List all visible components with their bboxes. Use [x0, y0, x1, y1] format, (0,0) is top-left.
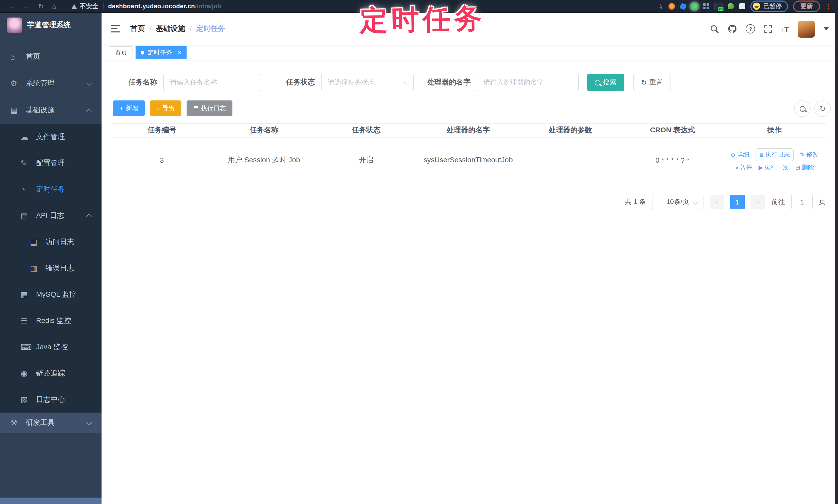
- edit-icon: ✎: [21, 158, 33, 168]
- extensions-puzzle-icon[interactable]: [739, 3, 745, 9]
- bookmark-star-icon[interactable]: ☆: [657, 2, 663, 10]
- extension-grid-icon[interactable]: [703, 3, 709, 9]
- github-icon[interactable]: [728, 24, 737, 34]
- sidebar-item-label: 链路追踪: [36, 368, 65, 378]
- sidebar-item-infrastructure[interactable]: ▤ 基础设施: [0, 97, 102, 124]
- monitor-icon: ▤: [10, 106, 23, 115]
- sidebar-item-mysql-monitor[interactable]: ▦ MySQL 监控: [0, 281, 102, 307]
- browser-forward-icon[interactable]: →: [23, 3, 30, 10]
- extension-leaf-icon[interactable]: [728, 3, 734, 9]
- exec-log-button[interactable]: ≣ 执行日志: [187, 101, 232, 116]
- sidebar-item-system-mgmt[interactable]: ⚙ 系统管理: [0, 70, 102, 97]
- browser-home-icon[interactable]: ⌂: [52, 3, 56, 10]
- browser-reload-icon[interactable]: ↻: [38, 3, 44, 10]
- search-icon[interactable]: [711, 24, 719, 33]
- tab-label: 首页: [115, 48, 127, 57]
- home-icon: ⌂: [10, 52, 23, 61]
- sidebar-item-label: Java 监控: [36, 342, 68, 352]
- sidebar-item-log-center[interactable]: ▧ 日志中心: [0, 386, 102, 413]
- run-once-link[interactable]: ▶执行一次: [758, 163, 789, 172]
- close-icon[interactable]: ×: [178, 50, 181, 56]
- browser-toolbar-right: ☆ on 已暂停 更新 ⋮: [657, 0, 834, 12]
- page-scrollbar[interactable]: [835, 12, 838, 504]
- cell-job-id: 3: [111, 156, 213, 164]
- chevron-up-icon: [86, 108, 92, 114]
- detail-link[interactable]: ⊙详细: [731, 150, 749, 159]
- sidebar-item-scheduled-jobs[interactable]: ◔ 定时任务: [0, 176, 102, 202]
- sidebar-collapse-icon[interactable]: [111, 25, 120, 33]
- sidebar-item-api-log[interactable]: ▤ API 日志: [0, 202, 102, 229]
- header-actions: ? TT: [711, 20, 829, 37]
- browser-menu-icon[interactable]: ⋮: [825, 2, 832, 10]
- tab-home[interactable]: 首页: [110, 46, 133, 59]
- prev-page-button[interactable]: ‹: [710, 195, 724, 209]
- pagination-total: 共 1 条: [625, 197, 646, 206]
- row-exec-log-link[interactable]: ≣执行日志: [755, 148, 794, 161]
- browser-update-button[interactable]: 更新: [793, 0, 820, 12]
- avatar-caret-icon[interactable]: [824, 27, 829, 30]
- breadcrumb-item[interactable]: 基础设施: [156, 24, 185, 34]
- address-bar[interactable]: 不安全 dashboard.yudao.iocoder.cn/infra/job: [72, 2, 221, 11]
- column-header: 任务状态: [315, 126, 417, 135]
- active-dot: [141, 51, 144, 54]
- reset-button[interactable]: ↻ 重置: [633, 74, 670, 91]
- handler-name-input[interactable]: 请输入处理器的名字: [477, 74, 579, 91]
- refresh-button[interactable]: ↻: [814, 101, 831, 117]
- handler-name-label: 处理器的名字: [427, 78, 471, 87]
- sidebar-item-label: 定时任务: [36, 185, 65, 194]
- sidebar-item-home[interactable]: ⌂ 首页: [0, 43, 102, 70]
- toggle-search-button[interactable]: [794, 101, 811, 117]
- sidebar-item-label: 文件管理: [36, 132, 65, 141]
- job-name-placeholder: 请输入任务名称: [170, 78, 217, 87]
- screenshot-root: ← → ↻ ⌂ 不安全 dashboard.yudao.iocoder.cn/i…: [0, 0, 838, 504]
- app-logo: [7, 18, 22, 33]
- play-icon: ▶: [758, 164, 763, 171]
- sidebar-item-error-log[interactable]: ▥ 错误日志: [0, 255, 102, 281]
- pause-link[interactable]: ×暂停: [735, 163, 752, 172]
- breadcrumb-item[interactable]: 首页: [130, 24, 145, 34]
- page-size-select[interactable]: 10条/页: [652, 195, 703, 209]
- font-size-icon[interactable]: TT: [782, 24, 789, 33]
- access-log-icon: ▤: [30, 237, 42, 247]
- sidebar-item-label: 日志中心: [36, 395, 65, 404]
- extension-green-icon[interactable]: [691, 3, 698, 10]
- job-name-input[interactable]: 请输入任务名称: [163, 74, 261, 91]
- goto-page-input[interactable]: [791, 195, 813, 209]
- sidebar-menu: ⌂ 首页 ⚙ 系统管理 ▤ 基础设施 ☁ 文件管理 ✎ 配置管理: [0, 43, 102, 433]
- browser-back-icon[interactable]: ←: [8, 3, 15, 10]
- edit-link[interactable]: ✎修改: [800, 150, 818, 159]
- help-icon[interactable]: ?: [746, 24, 755, 34]
- sidebar-devtools-band: ⚒ 研发工具: [0, 413, 102, 433]
- browser-profile-chip[interactable]: 已暂停: [750, 0, 788, 12]
- main-content: 任务名称 请输入任务名称 任务状态 请选择任务状态 处理器的名字 请输入处理器的…: [102, 60, 838, 504]
- add-button[interactable]: + 新增: [113, 101, 145, 116]
- chevron-down-icon: [86, 419, 92, 425]
- chevron-down-icon: [403, 79, 409, 85]
- current-page-button[interactable]: 1: [730, 195, 745, 209]
- extension-switch-icon[interactable]: on: [714, 2, 722, 10]
- sidebar-item-trace[interactable]: ◉ 链路追踪: [0, 360, 102, 386]
- sidebar-item-dev-tools[interactable]: ⚒ 研发工具: [0, 413, 102, 433]
- sidebar-logo-row[interactable]: 芋道管理系统: [0, 12, 102, 38]
- sidebar: 芋道管理系统 ⌂ 首页 ⚙ 系统管理 ▤ 基础设施 ☁ 文件管理: [0, 12, 102, 504]
- job-status-select[interactable]: 请选择任务状态: [321, 74, 414, 91]
- delete-link[interactable]: ⊟删除: [796, 163, 814, 172]
- app-title: 芋道管理系统: [27, 21, 71, 30]
- sidebar-item-access-log[interactable]: ▤ 访问日志: [0, 229, 102, 255]
- extension-orange-icon[interactable]: [668, 3, 675, 10]
- extension-blue-icon[interactable]: [680, 3, 687, 10]
- sidebar-item-config-mgmt[interactable]: ✎ 配置管理: [0, 150, 102, 176]
- column-header: CRON 表达式: [621, 126, 723, 135]
- chevron-down-icon: [693, 199, 699, 205]
- sidebar-item-redis-monitor[interactable]: ☰ Redis 监控: [0, 307, 102, 334]
- export-button[interactable]: ↓ 导出: [150, 101, 181, 116]
- next-page-button[interactable]: ›: [751, 195, 765, 209]
- sidebar-item-file-mgmt[interactable]: ☁ 文件管理: [0, 124, 102, 150]
- fullscreen-icon[interactable]: [764, 24, 773, 33]
- sidebar-bottom-strip: [0, 498, 102, 504]
- user-avatar[interactable]: [798, 20, 815, 37]
- tab-scheduled-jobs[interactable]: 定时任务 ×: [136, 46, 187, 59]
- sidebar-item-java-monitor[interactable]: ⌨ Java 监控: [0, 334, 102, 360]
- search-button[interactable]: 搜索: [587, 74, 624, 91]
- trash-icon: ⊟: [796, 164, 800, 171]
